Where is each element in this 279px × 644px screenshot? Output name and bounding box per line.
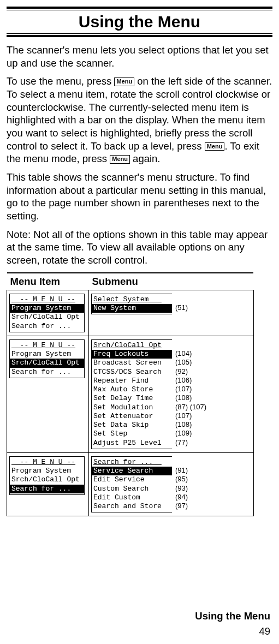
page-ref: [175, 295, 188, 303]
page-ref: (91): [175, 466, 188, 475]
screen-line: Edit Service: [92, 475, 172, 484]
body-text: The scanner's menu lets you select optio…: [7, 44, 272, 267]
page-ref: (94): [175, 493, 188, 502]
page-ref: (97): [175, 502, 188, 510]
menu-structure-table: Menu Item Submenu -- M E N U --Program S…: [7, 272, 254, 517]
menu-key-icon: Menu: [205, 142, 225, 151]
screen-line: Set Modulation: [92, 403, 172, 412]
screen-line: Set Step: [92, 430, 172, 438]
screen-line: Edit Custom: [92, 493, 172, 502]
menu-screen: -- M E N U --Program SystemSrch/CloCall …: [9, 456, 85, 495]
page-ref: [175, 341, 206, 349]
screen-line: -- M E N U --: [10, 341, 84, 350]
submenu-cell: Search for ... Service Search Edit Servi…: [89, 452, 254, 516]
screen-line: Service Search: [92, 467, 172, 475]
page-refs: (104)(105)(92)(106)(107)(108)(87) (107)(…: [175, 339, 206, 447]
page-number: 49: [259, 625, 270, 637]
menu-item-cell: -- M E N U --Program System Srch/CloCall…: [7, 290, 89, 336]
screen-line: Set Delay Time: [92, 394, 172, 403]
screen-line: Adjust P25 Level: [92, 439, 172, 448]
screen-line: Srch/CloCall Opt: [10, 313, 84, 321]
page-ref: (108): [175, 393, 206, 402]
screen-line: Srch/CloCall Opt: [10, 359, 84, 367]
submenu-cell: Select System New System (51): [89, 290, 254, 336]
screen-line: New System: [92, 304, 172, 313]
usage-paragraph: To use the menu, press Menu on the left …: [7, 75, 272, 165]
note-paragraph: Note: Not all of the options shown in th…: [7, 228, 272, 267]
screen-line: Srch/CloCall Opt: [92, 341, 172, 350]
page-ref: (92): [175, 367, 206, 376]
page-ref: (106): [175, 376, 206, 385]
screen-line: CTCSS/DCS Search: [92, 368, 172, 377]
col-header-submenu: Submenu: [89, 273, 254, 290]
menu-screen: -- M E N U --Program System Srch/CloCall…: [9, 294, 85, 332]
page-ref: (51): [175, 303, 188, 312]
screen-line: Search and Store: [92, 502, 172, 511]
submenu-screen: Srch/CloCall OptFreq Lockouts Broadcast …: [91, 339, 172, 449]
screen-line: Search for ...: [10, 368, 84, 377]
screen-line: Search for ...: [10, 485, 84, 493]
menu-item-cell: -- M E N U --Program SystemSrch/CloCall …: [7, 452, 89, 516]
page-ref: [175, 457, 188, 466]
screen-line: Set Attenuator: [92, 412, 172, 421]
intro-paragraph: The scanner's menu lets you select optio…: [7, 44, 272, 69]
screen-line: Broadcast Screen: [92, 359, 172, 367]
page-ref: (87) (107): [175, 403, 206, 412]
submenu-screen: Select System New System: [91, 294, 172, 315]
page-title: Using the Menu: [7, 13, 272, 31]
menu-screen: -- M E N U --Program SystemSrch/CloCall …: [9, 339, 85, 378]
menu-item-cell: -- M E N U --Program SystemSrch/CloCall …: [7, 336, 89, 452]
col-header-menu-item: Menu Item: [7, 273, 89, 290]
screen-line: Srch/CloCall Opt: [10, 475, 84, 484]
submenu-cell: Srch/CloCall OptFreq Lockouts Broadcast …: [89, 336, 254, 452]
page-ref: (105): [175, 358, 206, 367]
screen-line: Set Data Skip: [92, 421, 172, 430]
table-row: -- M E N U --Program SystemSrch/CloCall …: [7, 452, 254, 516]
header-rules: [7, 7, 272, 10]
menu-key-icon: Menu: [110, 155, 130, 163]
menu-key-icon: Menu: [114, 77, 134, 86]
screen-line: Search for ...: [10, 322, 84, 331]
page-ref: (108): [175, 420, 206, 429]
table-row: -- M E N U --Program SystemSrch/CloCall …: [7, 336, 254, 452]
table-intro-paragraph: This table shows the scanner's menu stru…: [7, 171, 272, 223]
page-ref: (93): [175, 484, 188, 493]
screen-line: Search for ...: [92, 458, 172, 467]
table-row: -- M E N U --Program System Srch/CloCall…: [7, 290, 254, 336]
screen-line: Program System: [10, 467, 84, 475]
page-ref: (77): [175, 438, 206, 447]
header-rules-below: [7, 33, 272, 37]
screen-line: Max Auto Store: [92, 385, 172, 394]
page-ref: (109): [175, 429, 206, 438]
page-ref: (107): [175, 385, 206, 393]
page-ref: (104): [175, 349, 206, 358]
screen-line: -- M E N U --: [10, 458, 84, 467]
screen-line: Program System: [10, 350, 84, 359]
page-ref: (107): [175, 412, 206, 420]
screen-line: Custom Search: [92, 485, 172, 493]
screen-line: Repeater Find: [92, 377, 172, 385]
screen-line: Select System: [92, 295, 172, 304]
page-refs: (91)(95)(93)(94)(97): [175, 456, 188, 511]
screen-line: -- M E N U --: [10, 295, 84, 304]
screen-line: Freq Lockouts: [92, 350, 172, 359]
page-refs: (51): [175, 294, 188, 313]
screen-line: Program System: [10, 304, 84, 313]
footer-title: Using the Menu: [195, 610, 270, 622]
page-ref: (95): [175, 475, 188, 484]
submenu-screen: Search for ... Service Search Edit Servi…: [91, 456, 172, 513]
